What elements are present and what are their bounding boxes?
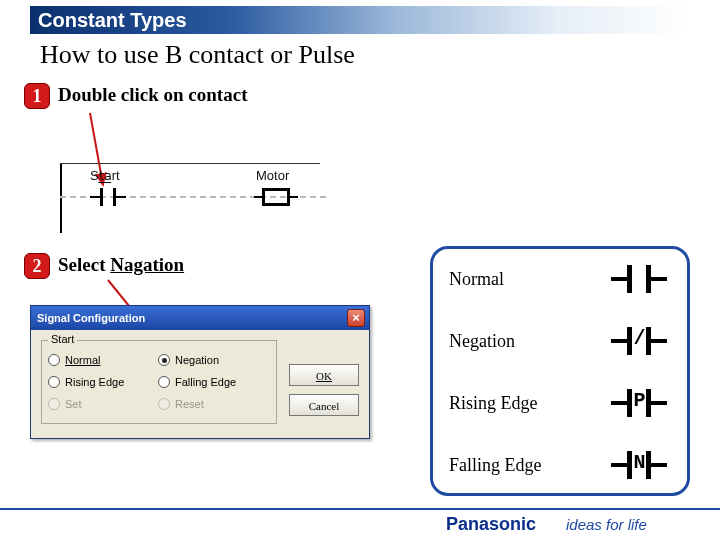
coil-label-motor: Motor [256, 168, 289, 183]
ok-button[interactable]: OK [289, 364, 359, 386]
close-icon[interactable]: × [347, 309, 365, 327]
dialog-titlebar[interactable]: Signal Configuration × [31, 306, 369, 330]
dialog-title: Signal Configuration [37, 312, 145, 324]
type-label: Rising Edge [449, 393, 538, 414]
step-2-pre: Select [58, 254, 110, 275]
symbol-normal [607, 259, 671, 299]
step-2-badge: 2 [24, 253, 50, 279]
type-label: Falling Edge [449, 455, 542, 476]
step-2-text: Select Nagation [58, 254, 184, 276]
contact-label-start: St̲a̲rt [90, 168, 120, 183]
brand-tagline: ideas for life [566, 516, 647, 533]
radio-reset: Reset [158, 393, 268, 415]
radio-normal[interactable]: Normal [48, 349, 158, 371]
slide-header: Constant Types [30, 6, 690, 34]
step-1-text: Double click on contact [58, 84, 247, 106]
contact-types-panel: Normal Negation / Rising Edge P Falling … [430, 246, 690, 496]
type-row-falling: Falling Edge N [449, 441, 671, 495]
symbol-rising: P [607, 383, 671, 423]
type-row-normal: Normal [449, 255, 671, 309]
radio-set: Set [48, 393, 158, 415]
radio-negation[interactable]: Negation [158, 349, 268, 371]
group-legend: Start [48, 333, 77, 345]
radio-falling[interactable]: Falling Edge [158, 371, 268, 393]
type-row-rising: Rising Edge P [449, 379, 671, 433]
radio-rising[interactable]: Rising Edge [48, 371, 158, 393]
symbol-falling: N [607, 445, 671, 485]
type-label: Normal [449, 269, 504, 290]
type-row-negation: Negation / [449, 317, 671, 371]
ladder-contact[interactable] [90, 188, 126, 206]
step-2-em: Nagation [110, 254, 184, 275]
ladder-coil [258, 188, 294, 206]
cancel-button[interactable]: Cancel [289, 394, 359, 416]
ladder-diagram: St̲a̲rt Motor [60, 163, 320, 223]
signal-config-dialog: Signal Configuration × Start Normal Nega… [30, 305, 370, 439]
step-1-badge: 1 [24, 83, 50, 109]
brand-logo: Panasonic [446, 514, 536, 535]
options-group: Start Normal Negation Rising Edge Fallin… [41, 340, 277, 424]
footer-rule [0, 508, 720, 510]
slide-subtitle: How to use B contact or Pulse [40, 40, 355, 70]
type-label: Negation [449, 331, 515, 352]
symbol-negation: / [607, 321, 671, 361]
